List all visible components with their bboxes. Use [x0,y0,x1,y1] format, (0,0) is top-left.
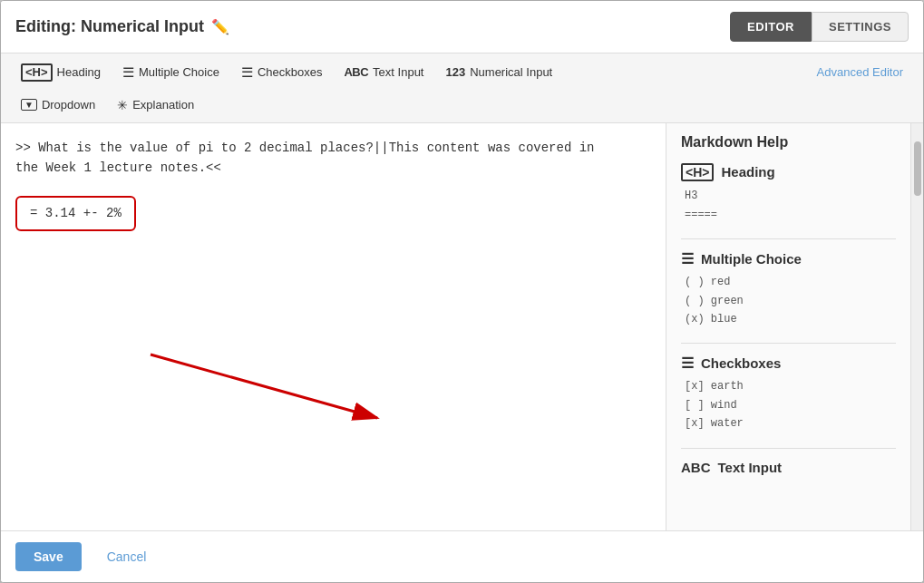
header-buttons: EDITOR SETTINGS [730,12,909,42]
answer-box: = 3.14 +- 2% [15,196,136,230]
editor-area[interactable]: >> What is the value of pi to 2 decimal … [1,123,666,530]
dropdown-icon: ▼ [21,99,37,111]
checkboxes-icon: ☰ [241,64,253,81]
editor-content: >> What is the value of pi to 2 decimal … [15,138,651,516]
help-heading-icon: <H> [681,163,714,182]
heading-toolbar-btn[interactable]: <H> Heading [12,59,110,86]
help-section-checkboxes-title: ☰ Checkboxes [681,355,896,372]
numerical-input-label: Numerical Input [470,65,552,79]
help-heading-label: Heading [721,164,774,180]
sidebar-title: Markdown Help [681,134,896,151]
help-text-input-label: Text Input [718,460,783,475]
checkboxes-label: Checkboxes [258,65,323,79]
separator-3 [681,448,896,449]
help-checkboxes-code-line-3: [x] water [685,414,896,432]
help-mc-label: Multiple Choice [701,251,802,267]
help-text-input-icon: ABC [681,460,711,475]
dropdown-toolbar-btn[interactable]: ▼ Dropdown [12,93,104,116]
help-checkboxes-code: [x] earth [ ] wind [x] water [685,377,896,432]
scroll-thumb [914,141,921,196]
multiple-choice-icon: ☰ [122,64,134,81]
help-mc-code: ( ) red ( ) green (x) blue [685,273,896,328]
numerical-input-toolbar-btn[interactable]: 123 Numerical Input [436,61,561,83]
help-section-mc: ☰ Multiple Choice ( ) red ( ) green (x) … [681,250,896,328]
help-checkboxes-code-line-2: [ ] wind [685,396,896,414]
help-section-text-input: ABC Text Input [681,460,896,475]
text-input-toolbar-btn[interactable]: ABC Text Input [335,61,433,83]
separator-1 [681,238,896,239]
help-heading-code-line-2: ===== [685,206,896,224]
help-mc-icon: ☰ [681,250,694,267]
toolbar: <H> Heading ☰ Multiple Choice ☰ Checkbox… [1,53,923,123]
explanation-label: Explanation [132,98,194,112]
edit-icon[interactable]: ✏️ [211,18,229,35]
multiple-choice-label: Multiple Choice [139,65,219,79]
help-checkboxes-label: Checkboxes [701,355,781,371]
advanced-editor-button[interactable]: Advanced Editor [808,61,912,83]
separator-2 [681,343,896,344]
heading-icon: <H> [21,63,53,82]
settings-button[interactable]: SETTINGS [812,12,909,42]
sidebar: Markdown Help <H> Heading H3 ===== ☰ Mul… [666,123,910,530]
dropdown-label: Dropdown [42,98,95,112]
content-line-1: >> What is the value of pi to 2 decimal … [15,138,651,158]
right-scrollbar[interactable] [910,123,923,530]
heading-label: Heading [57,65,101,79]
help-checkboxes-icon: ☰ [681,355,694,372]
header: Editing: Numerical Input ✏️ EDITOR SETTI… [1,1,923,53]
help-section-heading: <H> Heading H3 ===== [681,163,896,225]
explanation-toolbar-btn[interactable]: ✳ Explanation [108,93,203,117]
cancel-button[interactable]: Cancel [92,542,161,571]
footer: Save Cancel [1,530,923,582]
help-heading-code-line-1: H3 [685,187,896,205]
help-section-checkboxes: ☰ Checkboxes [x] earth [ ] wind [x] wate… [681,355,896,432]
header-title: Editing: Numerical Input ✏️ [15,17,229,36]
editor-button[interactable]: EDITOR [730,12,812,42]
checkboxes-toolbar-btn[interactable]: ☰ Checkboxes [232,60,332,85]
modal-container: Editing: Numerical Input ✏️ EDITOR SETTI… [0,0,924,583]
help-mc-code-line-3: (x) blue [685,310,896,328]
explanation-icon: ✳ [117,98,128,112]
editor-text: >> What is the value of pi to 2 decimal … [15,138,651,179]
save-button[interactable]: Save [15,542,82,571]
help-section-heading-title: <H> Heading [681,163,896,182]
help-mc-code-line-1: ( ) red [685,273,896,291]
help-checkboxes-code-line-1: [x] earth [685,377,896,395]
content-line-2: the Week 1 lecture notes.<< [15,158,651,178]
title-text: Editing: Numerical Input [15,17,204,36]
help-section-mc-title: ☰ Multiple Choice [681,250,896,267]
text-input-label: Text Input [373,65,423,79]
help-section-text-input-title: ABC Text Input [681,460,896,475]
help-mc-code-line-2: ( ) green [685,292,896,310]
numerical-icon: 123 [445,65,465,79]
body: >> What is the value of pi to 2 decimal … [1,123,923,530]
abc-icon: ABC [344,65,368,79]
help-heading-code: H3 ===== [685,187,896,224]
multiple-choice-toolbar-btn[interactable]: ☰ Multiple Choice [113,60,229,85]
